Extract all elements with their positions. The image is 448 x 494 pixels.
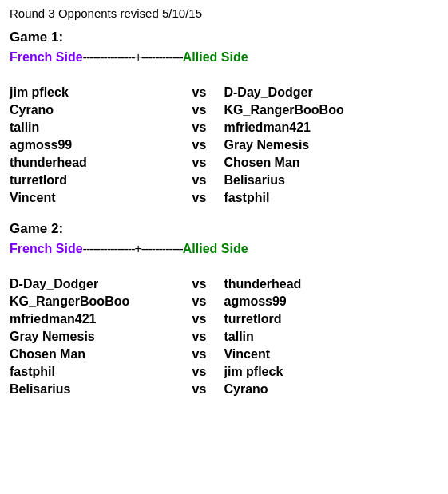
table-row: mfriedman421 vs turretlord (10, 310, 438, 328)
table-row: Vincent vs fastphil (10, 189, 438, 207)
player-right: KG_RangerBooBoo (224, 101, 438, 119)
vs-label: vs (175, 101, 224, 119)
vs-label: vs (175, 346, 224, 363)
player-left: mfriedman421 (10, 310, 175, 328)
player-left: Cyrano (10, 101, 175, 119)
player-right: Chosen Man (224, 154, 438, 172)
game2-allied-side: Allied Side (183, 242, 248, 256)
player-right: fastphil (224, 189, 438, 207)
page-title: Round 3 Opponents revised 5/10/15 (10, 6, 438, 20)
table-row: D-Day_Dodger vs thunderhead (10, 275, 438, 293)
vs-label: vs (175, 363, 224, 381)
table-row: fastphil vs jim pfleck (10, 363, 438, 381)
table-row: jim pfleck vs D-Day_Dodger (10, 84, 438, 101)
player-left: Belisarius (10, 381, 175, 398)
game1-side-divider: French Side ---------------+------------… (10, 50, 438, 65)
game2-side-divider: French Side ---------------+------------… (10, 242, 438, 256)
vs-label: vs (175, 293, 224, 310)
game1-header: Game 1: (10, 30, 438, 45)
player-right: Gray Nemesis (224, 136, 438, 154)
player-right: turretlord (224, 310, 438, 328)
player-left: turretlord (10, 172, 175, 189)
table-row: turretlord vs Belisarius (10, 172, 438, 189)
player-right: mfriedman421 (224, 119, 438, 136)
player-left: D-Day_Dodger (10, 275, 175, 293)
vs-label: vs (175, 310, 224, 328)
table-row: agmoss99 vs Gray Nemesis (10, 136, 438, 154)
game2-divider-line: ---------------+------------ (83, 242, 183, 256)
vs-label: vs (175, 119, 224, 136)
table-row: thunderhead vs Chosen Man (10, 154, 438, 172)
player-left: Gray Nemesis (10, 328, 175, 346)
game2-french-side: French Side (10, 242, 83, 256)
vs-label: vs (175, 154, 224, 172)
table-row: Gray Nemesis vs tallin (10, 328, 438, 346)
table-row: KG_RangerBooBoo vs agmoss99 (10, 293, 438, 310)
vs-label: vs (175, 172, 224, 189)
vs-label: vs (175, 381, 224, 398)
vs-label: vs (175, 189, 224, 207)
player-right: thunderhead (224, 275, 438, 293)
table-row: tallin vs mfriedman421 (10, 119, 438, 136)
player-left: jim pfleck (10, 84, 175, 101)
player-left: tallin (10, 119, 175, 136)
player-right: Vincent (224, 346, 438, 363)
player-right: Cyrano (224, 381, 438, 398)
table-row: Chosen Man vs Vincent (10, 346, 438, 363)
player-left: Vincent (10, 189, 175, 207)
player-right: tallin (224, 328, 438, 346)
vs-label: vs (175, 275, 224, 293)
player-right: agmoss99 (224, 293, 438, 310)
player-right: D-Day_Dodger (224, 84, 438, 101)
game1-allied-side: Allied Side (183, 50, 248, 65)
player-left: KG_RangerBooBoo (10, 293, 175, 310)
player-left: thunderhead (10, 154, 175, 172)
vs-label: vs (175, 136, 224, 154)
game2-header: Game 2: (10, 221, 438, 237)
game2-matchup-table: D-Day_Dodger vs thunderhead KG_RangerBoo… (10, 267, 438, 398)
player-right: Belisarius (224, 172, 438, 189)
player-left: fastphil (10, 363, 175, 381)
vs-label: vs (175, 84, 224, 101)
table-row: Cyrano vs KG_RangerBooBoo (10, 101, 438, 119)
table-row: Belisarius vs Cyrano (10, 381, 438, 398)
player-left: Chosen Man (10, 346, 175, 363)
game1-french-side: French Side (10, 50, 83, 65)
game1-matchup-table: jim pfleck vs D-Day_Dodger Cyrano vs KG_… (10, 76, 438, 207)
game1-divider-line: ---------------+------------ (83, 50, 183, 65)
player-right: jim pfleck (224, 363, 438, 381)
player-left: agmoss99 (10, 136, 175, 154)
vs-label: vs (175, 328, 224, 346)
